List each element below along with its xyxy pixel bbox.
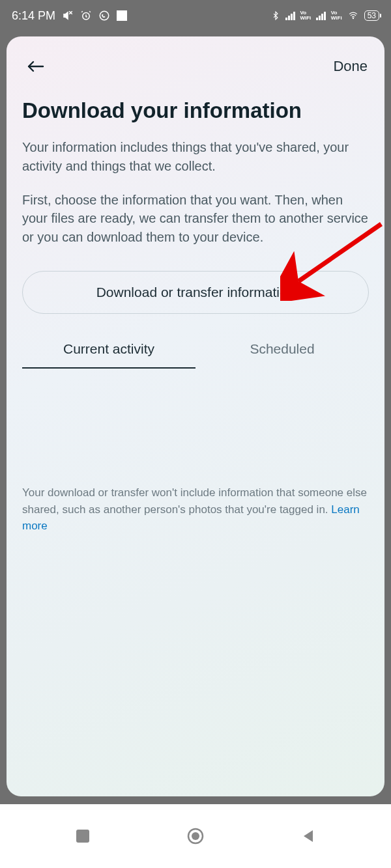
alarm-icon (80, 10, 92, 21)
signal-1-icon (285, 11, 295, 20)
vowifi-1-icon: VoWiFi (300, 10, 311, 21)
svg-point-3 (353, 18, 353, 19)
battery-icon: 53 (364, 10, 379, 21)
wifi-icon (347, 11, 359, 20)
android-nav-bar (0, 804, 391, 868)
bluetooth-icon (271, 10, 280, 21)
footer-note-text: Your download or transfer won't include … (22, 486, 367, 516)
back-button[interactable] (26, 56, 47, 77)
notification-icon (117, 10, 127, 21)
svg-rect-5 (76, 830, 89, 843)
status-time: 6:14 PM (12, 9, 55, 23)
mute-icon (62, 10, 74, 21)
main-card: Done Download your information Your info… (7, 36, 384, 796)
svg-rect-2 (117, 10, 127, 21)
footer-note: Your download or transfer won't include … (22, 484, 369, 535)
tab-scheduled[interactable]: Scheduled (195, 341, 369, 369)
nav-recent-button[interactable] (57, 817, 109, 856)
nav-home-button[interactable] (169, 817, 222, 856)
status-bar: 6:14 PM (0, 0, 391, 31)
svg-point-1 (100, 11, 109, 20)
page-desc-2: First, choose the information that you w… (22, 191, 369, 246)
whatsapp-icon (98, 10, 110, 21)
tab-current-activity[interactable]: Current activity (22, 341, 195, 369)
vowifi-2-icon: VoWiFi (331, 10, 342, 21)
done-button[interactable]: Done (333, 58, 368, 75)
page-title: Download your information (22, 99, 369, 122)
page-desc-1: Your information includes things that yo… (22, 138, 369, 175)
nav-back-button[interactable] (282, 817, 334, 856)
signal-2-icon (316, 11, 326, 20)
svg-point-7 (192, 832, 199, 840)
tabs: Current activity Scheduled (22, 341, 369, 369)
download-transfer-button[interactable]: Download or transfer information (22, 271, 369, 314)
